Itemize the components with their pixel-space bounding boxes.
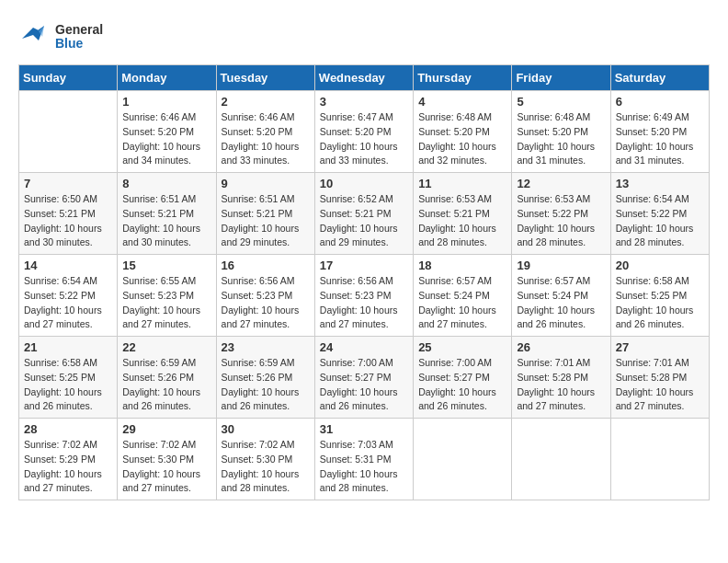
column-header-tuesday: Tuesday: [216, 65, 314, 91]
day-number: 26: [517, 340, 605, 354]
day-number: 1: [122, 95, 210, 109]
calendar-cell: 2Sunrise: 6:46 AMSunset: 5:20 PMDaylight…: [216, 91, 314, 173]
day-info: Sunrise: 6:56 AMSunset: 5:23 PMDaylight:…: [320, 274, 408, 332]
day-number: 7: [24, 177, 112, 190]
day-info: Sunrise: 6:58 AMSunset: 5:25 PMDaylight:…: [24, 356, 112, 414]
calendar-cell: [512, 419, 610, 500]
column-header-saturday: Saturday: [610, 65, 709, 91]
calendar-cell: [610, 419, 709, 500]
calendar-cell: 7Sunrise: 6:50 AMSunset: 5:21 PMDaylight…: [19, 173, 118, 255]
day-number: 14: [24, 259, 112, 272]
day-info: Sunrise: 7:00 AMSunset: 5:27 PMDaylight:…: [320, 356, 408, 414]
day-info: Sunrise: 7:02 AMSunset: 5:30 PMDaylight:…: [222, 438, 310, 496]
column-header-wednesday: Wednesday: [314, 65, 413, 91]
day-info: Sunrise: 7:00 AMSunset: 5:27 PMDaylight:…: [418, 356, 506, 414]
day-info: Sunrise: 6:54 AMSunset: 5:22 PMDaylight:…: [616, 192, 704, 250]
day-info: Sunrise: 6:53 AMSunset: 5:21 PMDaylight:…: [418, 192, 506, 250]
calendar-cell: 6Sunrise: 6:49 AMSunset: 5:20 PMDaylight…: [610, 91, 709, 173]
column-header-thursday: Thursday: [414, 65, 512, 91]
calendar-cell: 12Sunrise: 6:53 AMSunset: 5:22 PMDayligh…: [512, 173, 610, 255]
day-info: Sunrise: 6:49 AMSunset: 5:20 PMDaylight:…: [616, 110, 704, 168]
day-info: Sunrise: 6:50 AMSunset: 5:21 PMDaylight:…: [24, 192, 112, 250]
day-number: 17: [320, 259, 408, 272]
day-number: 23: [222, 340, 310, 354]
calendar-cell: 14Sunrise: 6:54 AMSunset: 5:22 PMDayligh…: [19, 255, 118, 337]
calendar-cell: 24Sunrise: 7:00 AMSunset: 5:27 PMDayligh…: [314, 337, 413, 419]
calendar-cell: 27Sunrise: 7:01 AMSunset: 5:28 PMDayligh…: [610, 337, 709, 419]
day-number: 5: [517, 95, 605, 109]
calendar-cell: 21Sunrise: 6:58 AMSunset: 5:25 PMDayligh…: [19, 337, 118, 419]
page-header: General Blue: [18, 18, 710, 55]
day-number: 16: [222, 259, 310, 272]
logo-text: General Blue: [55, 23, 103, 52]
calendar-cell: 15Sunrise: 6:55 AMSunset: 5:23 PMDayligh…: [118, 255, 216, 337]
calendar-cell: 9Sunrise: 6:51 AMSunset: 5:21 PMDaylight…: [216, 173, 314, 255]
day-number: 15: [122, 259, 210, 272]
calendar-cell: 31Sunrise: 7:03 AMSunset: 5:31 PMDayligh…: [314, 419, 413, 500]
calendar-cell: 25Sunrise: 7:00 AMSunset: 5:27 PMDayligh…: [414, 337, 512, 419]
calendar-week-row: 28Sunrise: 7:02 AMSunset: 5:29 PMDayligh…: [19, 419, 710, 500]
calendar-cell: 17Sunrise: 6:56 AMSunset: 5:23 PMDayligh…: [314, 255, 413, 337]
day-number: 20: [616, 259, 704, 272]
calendar-cell: 4Sunrise: 6:48 AMSunset: 5:20 PMDaylight…: [414, 91, 512, 173]
column-header-friday: Friday: [512, 65, 610, 91]
day-number: 31: [320, 422, 408, 436]
day-info: Sunrise: 6:46 AMSunset: 5:20 PMDaylight:…: [222, 110, 310, 168]
calendar-week-row: 1Sunrise: 6:46 AMSunset: 5:20 PMDaylight…: [19, 91, 710, 173]
day-number: 2: [222, 95, 310, 109]
calendar-cell: 16Sunrise: 6:56 AMSunset: 5:23 PMDayligh…: [216, 255, 314, 337]
day-number: 18: [418, 259, 506, 272]
day-number: 9: [222, 177, 310, 190]
day-number: 27: [616, 340, 704, 354]
day-number: 13: [616, 177, 704, 190]
calendar-cell: 20Sunrise: 6:58 AMSunset: 5:25 PMDayligh…: [610, 255, 709, 337]
day-number: 30: [222, 422, 310, 436]
day-number: 21: [24, 340, 112, 354]
calendar-cell: 22Sunrise: 6:59 AMSunset: 5:26 PMDayligh…: [118, 337, 216, 419]
day-info: Sunrise: 6:51 AMSunset: 5:21 PMDaylight:…: [222, 192, 310, 250]
calendar-cell: 1Sunrise: 6:46 AMSunset: 5:20 PMDaylight…: [118, 91, 216, 173]
day-number: 3: [320, 95, 408, 109]
calendar-table: SundayMondayTuesdayWednesdayThursdayFrid…: [18, 64, 710, 500]
day-info: Sunrise: 6:56 AMSunset: 5:23 PMDaylight:…: [222, 274, 310, 332]
column-header-sunday: Sunday: [19, 65, 118, 91]
calendar-cell: 10Sunrise: 6:52 AMSunset: 5:21 PMDayligh…: [314, 173, 413, 255]
calendar-header-row: SundayMondayTuesdayWednesdayThursdayFrid…: [19, 65, 710, 91]
day-info: Sunrise: 6:53 AMSunset: 5:22 PMDaylight:…: [517, 192, 605, 250]
logo-icon: [18, 18, 51, 55]
day-info: Sunrise: 6:54 AMSunset: 5:22 PMDaylight:…: [24, 274, 112, 332]
day-info: Sunrise: 6:59 AMSunset: 5:26 PMDaylight:…: [122, 356, 210, 414]
day-info: Sunrise: 7:01 AMSunset: 5:28 PMDaylight:…: [517, 356, 605, 414]
day-info: Sunrise: 7:03 AMSunset: 5:31 PMDaylight:…: [320, 438, 408, 496]
calendar-week-row: 7Sunrise: 6:50 AMSunset: 5:21 PMDaylight…: [19, 173, 710, 255]
day-info: Sunrise: 6:57 AMSunset: 5:24 PMDaylight:…: [517, 274, 605, 332]
day-number: 25: [418, 340, 506, 354]
day-number: 11: [418, 177, 506, 190]
day-info: Sunrise: 7:02 AMSunset: 5:30 PMDaylight:…: [122, 438, 210, 496]
day-info: Sunrise: 6:55 AMSunset: 5:23 PMDaylight:…: [122, 274, 210, 332]
day-number: 19: [517, 259, 605, 272]
column-header-monday: Monday: [118, 65, 216, 91]
day-number: 28: [24, 422, 112, 436]
day-info: Sunrise: 6:51 AMSunset: 5:21 PMDaylight:…: [122, 192, 210, 250]
calendar-cell: 19Sunrise: 6:57 AMSunset: 5:24 PMDayligh…: [512, 255, 610, 337]
calendar-cell: [19, 91, 118, 173]
calendar-cell: 26Sunrise: 7:01 AMSunset: 5:28 PMDayligh…: [512, 337, 610, 419]
day-number: 24: [320, 340, 408, 354]
calendar-week-row: 14Sunrise: 6:54 AMSunset: 5:22 PMDayligh…: [19, 255, 710, 337]
calendar-cell: 3Sunrise: 6:47 AMSunset: 5:20 PMDaylight…: [314, 91, 413, 173]
day-number: 4: [418, 95, 506, 109]
day-number: 22: [122, 340, 210, 354]
day-info: Sunrise: 6:48 AMSunset: 5:20 PMDaylight:…: [517, 110, 605, 168]
day-info: Sunrise: 6:57 AMSunset: 5:24 PMDaylight:…: [418, 274, 506, 332]
calendar-cell: 28Sunrise: 7:02 AMSunset: 5:29 PMDayligh…: [19, 419, 118, 500]
day-number: 12: [517, 177, 605, 190]
day-info: Sunrise: 7:01 AMSunset: 5:28 PMDaylight:…: [616, 356, 704, 414]
calendar-cell: 30Sunrise: 7:02 AMSunset: 5:30 PMDayligh…: [216, 419, 314, 500]
day-info: Sunrise: 6:48 AMSunset: 5:20 PMDaylight:…: [418, 110, 506, 168]
calendar-cell: 13Sunrise: 6:54 AMSunset: 5:22 PMDayligh…: [610, 173, 709, 255]
calendar-cell: [414, 419, 512, 500]
calendar-cell: 23Sunrise: 6:59 AMSunset: 5:26 PMDayligh…: [216, 337, 314, 419]
calendar-cell: 8Sunrise: 6:51 AMSunset: 5:21 PMDaylight…: [118, 173, 216, 255]
calendar-week-row: 21Sunrise: 6:58 AMSunset: 5:25 PMDayligh…: [19, 337, 710, 419]
